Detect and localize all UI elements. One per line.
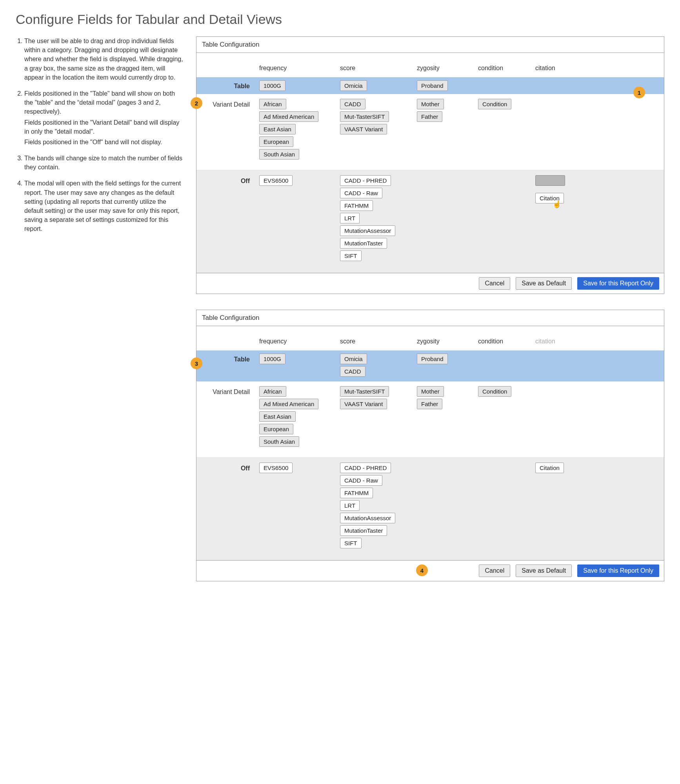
field-chip[interactable]: Mother xyxy=(417,386,444,397)
columns-header: frequency score zygosity condition citat… xyxy=(196,53,664,77)
annotation-2: 2 xyxy=(191,97,202,109)
dialog-footer: Cancel Save as Default Save for this Rep… xyxy=(196,273,664,294)
field-chip[interactable]: African xyxy=(259,99,286,109)
field-chip[interactable]: CADD - Raw xyxy=(340,475,382,486)
annotation-4: 4 xyxy=(416,564,428,576)
instructions-list: The user will be able to drag and drop i… xyxy=(16,36,184,234)
dragging-chip[interactable]: Citation☝ xyxy=(535,193,564,203)
field-chip[interactable]: MutationTaster xyxy=(340,525,387,536)
field-chip[interactable]: EVS6500 xyxy=(259,463,293,473)
instruction-2: Fields positioned in the "Table" band wi… xyxy=(24,89,184,147)
annotation-1: 1 xyxy=(633,87,645,98)
band-label-off: Off xyxy=(198,463,257,472)
field-chip[interactable]: FATHMM xyxy=(340,200,373,211)
band-label-table: Table xyxy=(198,354,257,363)
field-chip[interactable]: European xyxy=(259,424,293,434)
col-condition: condition xyxy=(478,65,533,72)
save-default-button[interactable]: Save as Default xyxy=(516,564,572,577)
field-chip[interactable]: Mut-TasterSIFT xyxy=(340,111,389,122)
band-label-table: Table xyxy=(198,80,257,90)
band-table[interactable]: 3 Table 1000G Omicia CADD Proband xyxy=(196,350,664,381)
annotation-3: 3 xyxy=(191,358,202,369)
field-chip[interactable]: Proband xyxy=(417,80,448,91)
band-table[interactable]: 1 Table 1000G Omicia Proband xyxy=(196,77,664,94)
field-chip[interactable]: Father xyxy=(417,399,442,409)
dialog-title: Table Configuration xyxy=(196,310,664,326)
field-chip[interactable]: SIFT xyxy=(340,250,362,261)
field-chip[interactable]: LRT xyxy=(340,213,360,223)
field-chip[interactable]: SIFT xyxy=(340,538,362,548)
save-report-button[interactable]: Save for this Report Only xyxy=(577,277,659,290)
cancel-button[interactable]: Cancel xyxy=(479,564,510,577)
col-score: score xyxy=(340,65,415,72)
field-chip[interactable]: MutationAssessor xyxy=(340,225,395,236)
instruction-2b: Fields positioned in the "Variant Detail… xyxy=(24,118,184,136)
field-chip[interactable]: CADD - PHRED xyxy=(340,463,391,473)
field-chip[interactable]: East Asian xyxy=(259,411,296,422)
col-zygosity: zygosity xyxy=(417,65,476,72)
band-off[interactable]: Off EVS6500 CADD - PHRED CADD - Raw FATH… xyxy=(196,170,664,273)
col-score: score xyxy=(340,338,415,345)
field-chip[interactable]: Citation xyxy=(535,463,564,473)
dialog-footer: 4 Cancel Save as Default Save for this R… xyxy=(196,560,664,581)
col-frequency: frequency xyxy=(259,65,338,72)
field-chip[interactable]: East Asian xyxy=(259,124,296,134)
drop-placeholder: . xyxy=(535,175,565,186)
instruction-2c: Fields positioned in the "Off" band will… xyxy=(24,138,184,147)
col-frequency: frequency xyxy=(259,338,338,345)
col-citation: citation xyxy=(535,65,586,72)
save-report-button[interactable]: Save for this Report Only xyxy=(577,564,659,577)
field-chip[interactable]: Omicia xyxy=(340,354,367,364)
col-citation: citation xyxy=(535,338,586,345)
band-variant-detail[interactable]: Variant Detail African Ad Mixed American… xyxy=(196,381,664,457)
field-chip[interactable]: Father xyxy=(417,111,442,122)
field-chip[interactable]: African xyxy=(259,386,286,397)
field-chip[interactable]: 1000G xyxy=(259,80,285,91)
dialog-title: Table Configuration xyxy=(196,37,664,53)
band-label-detail: Variant Detail xyxy=(198,99,257,108)
field-chip[interactable]: South Asian xyxy=(259,436,299,447)
field-chip[interactable]: EVS6500 xyxy=(259,175,293,186)
field-chip[interactable]: CADD xyxy=(340,99,365,109)
field-chip[interactable]: MutationTaster xyxy=(340,238,387,249)
field-chip[interactable]: VAAST Variant xyxy=(340,399,387,409)
field-chip[interactable]: MutationAssessor xyxy=(340,513,395,523)
table-config-dialog-2: Table Configuration frequency score zygo… xyxy=(196,310,664,581)
instruction-4: The modal will open with the field setti… xyxy=(24,179,184,233)
field-chip[interactable]: Omicia xyxy=(340,80,367,91)
instruction-3: The bands will change size to match the … xyxy=(24,154,184,172)
instruction-1: The user will be able to drag and drop i… xyxy=(24,36,184,82)
field-chip[interactable]: CADD - PHRED xyxy=(340,175,391,186)
instruction-2a: Fields positioned in the "Table" band wi… xyxy=(24,90,175,115)
cancel-button[interactable]: Cancel xyxy=(479,277,510,290)
field-chip[interactable]: LRT xyxy=(340,500,360,511)
band-variant-detail[interactable]: 2 Variant Detail African Ad Mixed Americ… xyxy=(196,94,664,170)
band-label-off: Off xyxy=(198,175,257,185)
field-chip[interactable]: CADD xyxy=(340,366,365,377)
save-default-button[interactable]: Save as Default xyxy=(516,277,572,290)
field-chip[interactable]: CADD - Raw xyxy=(340,188,382,198)
field-chip[interactable]: VAAST Variant xyxy=(340,124,387,134)
field-chip[interactable]: Mother xyxy=(417,99,444,109)
page-title: Configure Fields for Tabular and Detail … xyxy=(16,12,664,27)
table-config-dialog-1: Table Configuration frequency score zygo… xyxy=(196,36,664,294)
columns-header: frequency score zygosity condition citat… xyxy=(196,326,664,350)
band-label-detail: Variant Detail xyxy=(198,386,257,396)
col-zygosity: zygosity xyxy=(417,338,476,345)
field-chip[interactable]: South Asian xyxy=(259,149,299,160)
col-condition: condition xyxy=(478,338,533,345)
field-chip[interactable]: Mut-TasterSIFT xyxy=(340,386,389,397)
field-chip[interactable]: Proband xyxy=(417,354,448,364)
field-chip[interactable]: Condition xyxy=(478,386,511,397)
field-chip[interactable]: Condition xyxy=(478,99,511,109)
band-off[interactable]: Off EVS6500 CADD - PHRED CADD - Raw FATH… xyxy=(196,457,664,560)
field-chip[interactable]: European xyxy=(259,136,293,147)
field-chip[interactable]: FATHMM xyxy=(340,488,373,498)
field-chip[interactable]: 1000G xyxy=(259,354,285,364)
field-chip[interactable]: Ad Mixed American xyxy=(259,399,318,409)
field-chip[interactable]: Ad Mixed American xyxy=(259,111,318,122)
